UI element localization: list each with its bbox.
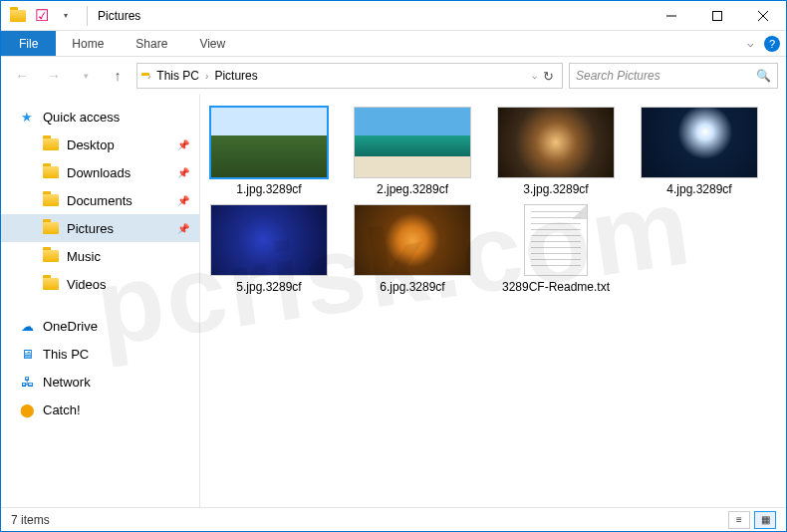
file-name-label: 6.jpg.3289cf: [380, 280, 444, 294]
sidebar-item-label: Desktop: [67, 137, 115, 152]
sidebar-item-label: Network: [43, 375, 91, 390]
sidebar-item-desktop[interactable]: Desktop📌: [1, 131, 199, 158]
navigation-pane: ★ Quick access Desktop📌Downloads📌Documen…: [1, 95, 200, 507]
text-file-icon: [497, 204, 615, 276]
sidebar-item-label: Catch!: [43, 402, 81, 417]
svg-rect-1: [713, 11, 722, 20]
sidebar-item-label: Videos: [67, 277, 107, 292]
breadcrumb-this-pc[interactable]: This PC: [156, 69, 199, 83]
address-bar-row: ← → ▾ ↑ › This PC › Pictures ⌵ ↻ Search …: [1, 57, 786, 95]
pin-icon: 📌: [177, 139, 189, 150]
status-bar: 7 items ≡ ▦: [1, 507, 786, 531]
image-thumbnail: [641, 107, 758, 178]
address-dropdown-icon[interactable]: ⌵: [532, 71, 537, 81]
forward-button[interactable]: →: [41, 63, 67, 89]
close-button[interactable]: [740, 1, 786, 31]
tab-share[interactable]: Share: [120, 31, 183, 56]
file-name-label: 3.jpg.3289cf: [523, 182, 588, 196]
image-thumbnail: [210, 204, 328, 276]
folder-icon: [43, 192, 59, 208]
help-icon[interactable]: ?: [764, 36, 780, 52]
file-name-label: 3289CF-Readme.txt: [502, 280, 610, 294]
thumbnails-view-button[interactable]: ▦: [754, 511, 776, 529]
sidebar-item-documents[interactable]: Documents📌: [1, 186, 199, 214]
sidebar-item-this-pc[interactable]: 🖥This PC: [1, 340, 199, 368]
file-name-label: 5.jpg.3289cf: [236, 280, 301, 294]
sidebar-item-label: OneDrive: [43, 319, 98, 334]
image-thumbnail: [354, 107, 471, 178]
file-item[interactable]: 2.jpeg.3289cf: [350, 107, 475, 196]
sidebar-item-music[interactable]: Music: [1, 242, 199, 270]
sidebar-item-onedrive[interactable]: ☁OneDrive: [1, 312, 199, 340]
ribbon-collapse-icon[interactable]: ⌵: [747, 37, 754, 50]
sidebar-item-videos[interactable]: Videos: [1, 270, 199, 298]
folder-icon: [43, 276, 59, 292]
details-view-button[interactable]: ≡: [728, 511, 750, 529]
star-icon: ★: [19, 109, 35, 125]
image-thumbnail: [354, 204, 471, 276]
sidebar-item-label: This PC: [43, 347, 89, 362]
sidebar-item-label: Downloads: [67, 165, 131, 180]
refresh-icon[interactable]: ↻: [543, 69, 554, 84]
catch-icon: ⬤: [19, 401, 35, 417]
file-item[interactable]: 1.jpg.3289cf: [206, 107, 332, 196]
search-icon[interactable]: 🔍: [756, 69, 771, 83]
folder-icon: [43, 220, 59, 236]
sidebar-item-label: Music: [67, 249, 101, 264]
network-icon: 🖧: [19, 374, 35, 390]
sidebar-quick-access[interactable]: ★ Quick access: [1, 103, 199, 131]
file-item[interactable]: 3289CF-Readme.txt: [493, 204, 619, 294]
file-item[interactable]: 3.jpg.3289cf: [493, 107, 619, 196]
sidebar-item-label: Quick access: [43, 110, 120, 125]
up-button[interactable]: ↑: [105, 63, 131, 89]
sidebar-item-downloads[interactable]: Downloads📌: [1, 158, 199, 186]
folder-icon: [43, 136, 59, 152]
file-pane[interactable]: 1.jpg.3289cf2.jpeg.3289cf3.jpg.3289cf4.j…: [200, 95, 786, 507]
back-button[interactable]: ←: [9, 63, 35, 89]
app-icon: [9, 7, 27, 25]
image-thumbnail: [497, 107, 615, 178]
qat-dropdown-icon[interactable]: ▾: [57, 7, 75, 25]
image-thumbnail: [210, 107, 328, 178]
ribbon: File Home Share View ⌵ ?: [1, 31, 786, 57]
chevron-right-icon[interactable]: ›: [203, 71, 210, 82]
breadcrumb-pictures[interactable]: Pictures: [214, 69, 257, 83]
qat-check-icon[interactable]: ☑: [33, 7, 51, 25]
search-input[interactable]: Search Pictures 🔍: [569, 63, 778, 89]
pc-icon: 🖥: [19, 346, 35, 362]
address-bar[interactable]: › This PC › Pictures ⌵ ↻: [136, 63, 563, 89]
folder-icon: [43, 164, 59, 180]
maximize-button[interactable]: [694, 1, 740, 31]
file-item[interactable]: 6.jpg.3289cf: [350, 204, 475, 294]
file-item[interactable]: 4.jpg.3289cf: [637, 107, 762, 196]
sidebar-item-network[interactable]: 🖧Network: [1, 368, 199, 396]
pin-icon: 📌: [177, 195, 189, 206]
sidebar-item-catch-[interactable]: ⬤Catch!: [1, 396, 199, 423]
tab-view[interactable]: View: [183, 31, 241, 56]
file-name-label: 2.jpeg.3289cf: [377, 182, 448, 196]
sidebar-item-label: Pictures: [67, 221, 114, 236]
file-item[interactable]: 5.jpg.3289cf: [206, 204, 332, 294]
sidebar-item-label: Documents: [67, 193, 132, 208]
file-name-label: 1.jpg.3289cf: [236, 182, 301, 196]
titlebar: ☑ ▾ Pictures: [1, 1, 786, 31]
file-tab[interactable]: File: [1, 31, 56, 56]
recent-dropdown[interactable]: ▾: [73, 63, 99, 89]
window-title: Pictures: [92, 9, 140, 23]
folder-icon: [43, 248, 59, 264]
file-name-label: 4.jpg.3289cf: [666, 182, 731, 196]
search-placeholder: Search Pictures: [576, 69, 756, 83]
minimize-button[interactable]: [649, 1, 694, 31]
cloud-icon: ☁: [19, 318, 35, 334]
pin-icon: 📌: [177, 223, 189, 234]
status-text: 7 items: [11, 513, 50, 527]
pin-icon: 📌: [177, 167, 189, 178]
tab-home[interactable]: Home: [56, 31, 120, 56]
sidebar-item-pictures[interactable]: Pictures📌: [1, 214, 199, 242]
